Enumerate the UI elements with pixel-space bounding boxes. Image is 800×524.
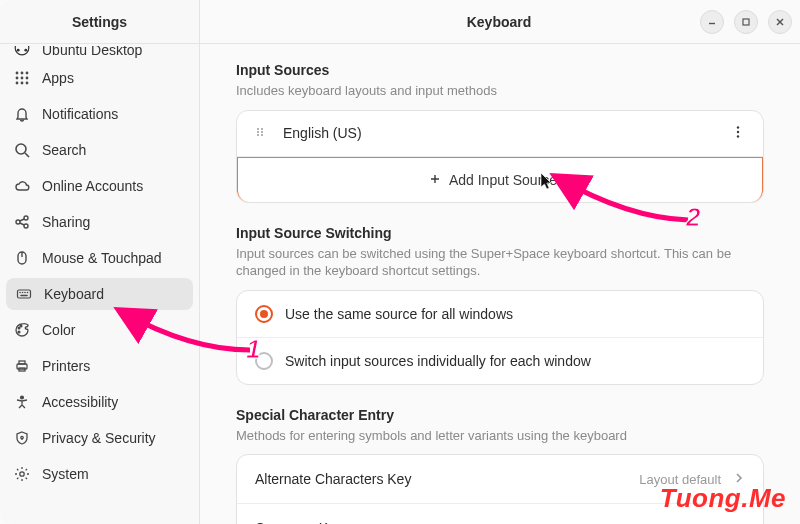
switching-option-same-source[interactable]: Use the same source for all windows (237, 291, 763, 338)
cloud-icon (14, 178, 30, 194)
svg-point-12 (16, 77, 19, 80)
sidebar-item-privacy-security[interactable]: Privacy & Security (0, 420, 199, 456)
sidebar-item-online-accounts[interactable]: Online Accounts (0, 168, 199, 204)
section-desc-input-sources: Includes keyboard layouts and input meth… (236, 82, 764, 100)
svg-line-24 (20, 223, 24, 225)
svg-point-17 (26, 82, 29, 85)
switching-option-label: Use the same source for all windows (285, 306, 513, 322)
sidebar-item-label: Sharing (42, 214, 90, 230)
svg-point-54 (737, 130, 739, 132)
main-pane: Keyboard Input Sources Includes keyboard… (200, 0, 800, 524)
input-source-row[interactable]: English (US) (237, 111, 763, 157)
special-card: Alternate Characters Key Layout default … (236, 454, 764, 524)
svg-point-48 (257, 131, 259, 133)
svg-point-50 (261, 128, 263, 130)
sidebar-item-apps[interactable]: Apps (0, 60, 199, 96)
sidebar-header: Settings (0, 0, 199, 44)
sidebar-item-sharing[interactable]: Sharing (0, 204, 199, 240)
sidebar-item-label: Printers (42, 358, 90, 374)
svg-point-13 (21, 77, 24, 80)
maximize-button[interactable] (734, 10, 758, 34)
mouse-icon (14, 250, 30, 266)
compose-key-label: Compose Key (255, 520, 745, 524)
compose-key-row[interactable]: Compose Key (237, 504, 763, 524)
sidebar-item-mouse-touchpad[interactable]: Mouse & Touchpad (0, 240, 199, 276)
sidebar-item-label: Apps (42, 70, 74, 86)
sidebar-item-label: Search (42, 142, 86, 158)
settings-window: Settings Ubuntu Desktop Apps Notificatio (0, 0, 800, 524)
palette-icon (14, 322, 30, 338)
svg-point-53 (737, 126, 739, 128)
close-button[interactable] (768, 10, 792, 34)
sidebar-item-search[interactable]: Search (0, 132, 199, 168)
sidebar-item-notifications[interactable]: Notifications (0, 96, 199, 132)
radio-unchecked-icon[interactable] (255, 352, 273, 370)
content-scroll[interactable]: Input Sources Includes keyboard layouts … (200, 44, 800, 524)
svg-point-18 (16, 144, 26, 154)
window-controls (700, 10, 792, 34)
svg-point-51 (261, 131, 263, 133)
section-title-switching: Input Source Switching (236, 225, 764, 241)
svg-point-7 (17, 49, 20, 52)
input-source-menu-button[interactable] (731, 125, 745, 142)
sidebar-item-ubuntu-desktop[interactable]: Ubuntu Desktop (0, 46, 199, 60)
sidebar: Settings Ubuntu Desktop Apps Notificatio (0, 0, 200, 524)
gear-icon (14, 466, 30, 482)
svg-point-16 (21, 82, 24, 85)
svg-point-15 (16, 82, 19, 85)
svg-point-21 (24, 216, 28, 220)
add-input-source-button[interactable]: Add Input Source… (237, 157, 763, 202)
sidebar-item-printers[interactable]: Printers (0, 348, 199, 384)
sidebar-item-system[interactable]: System (0, 456, 199, 492)
switching-option-label: Switch input sources individually for ea… (285, 353, 591, 369)
radio-checked-icon[interactable] (255, 305, 273, 323)
section-title-input-sources: Input Sources (236, 62, 764, 78)
svg-rect-44 (743, 19, 749, 25)
search-icon (14, 142, 30, 158)
sidebar-item-label: Color (42, 322, 75, 338)
svg-point-40 (21, 436, 23, 438)
svg-point-42 (20, 472, 24, 476)
sidebar-item-color[interactable]: Color (0, 312, 199, 348)
svg-point-20 (16, 220, 20, 224)
svg-point-47 (257, 128, 259, 130)
keyboard-icon (16, 286, 32, 302)
alternate-characters-row[interactable]: Alternate Characters Key Layout default (237, 455, 763, 504)
svg-line-23 (20, 219, 24, 221)
sidebar-item-accessibility[interactable]: Accessibility (0, 384, 199, 420)
add-input-source-label: Add Input Source… (449, 172, 571, 188)
ubuntu-icon (14, 46, 30, 60)
section-desc-switching: Input sources can be switched using the … (236, 245, 764, 280)
svg-point-14 (26, 77, 29, 80)
svg-point-39 (21, 396, 24, 399)
svg-rect-27 (18, 290, 31, 298)
svg-point-11 (26, 72, 29, 75)
drag-handle-icon[interactable] (255, 125, 267, 141)
sidebar-menu-button[interactable] (159, 6, 191, 38)
switching-option-per-window[interactable]: Switch input sources individually for ea… (237, 338, 763, 384)
sidebar-item-label: Mouse & Touchpad (42, 250, 162, 266)
section-title-special: Special Character Entry (236, 407, 764, 423)
sidebar-item-label: Notifications (42, 106, 118, 122)
svg-point-8 (24, 49, 27, 52)
sidebar-item-label: Online Accounts (42, 178, 143, 194)
bell-icon (14, 106, 30, 122)
sidebar-item-keyboard[interactable]: Keyboard (6, 278, 193, 310)
shield-icon (14, 430, 30, 446)
alternate-characters-value: Layout default (639, 472, 721, 487)
svg-rect-37 (19, 361, 25, 364)
svg-point-52 (261, 134, 263, 136)
sidebar-search-button[interactable] (8, 6, 40, 38)
svg-point-22 (24, 224, 28, 228)
input-source-name: English (US) (283, 125, 362, 141)
printer-icon (14, 358, 30, 374)
minimize-button[interactable] (700, 10, 724, 34)
svg-point-55 (737, 135, 739, 137)
plus-icon (429, 172, 441, 188)
svg-point-9 (16, 72, 19, 75)
svg-point-33 (18, 327, 20, 329)
sidebar-item-label: Keyboard (44, 286, 104, 302)
sidebar-scroll[interactable]: Ubuntu Desktop Apps Notifications Search… (0, 44, 199, 524)
svg-point-34 (20, 325, 22, 327)
input-sources-card: English (US) Add Input Source… (236, 110, 764, 203)
